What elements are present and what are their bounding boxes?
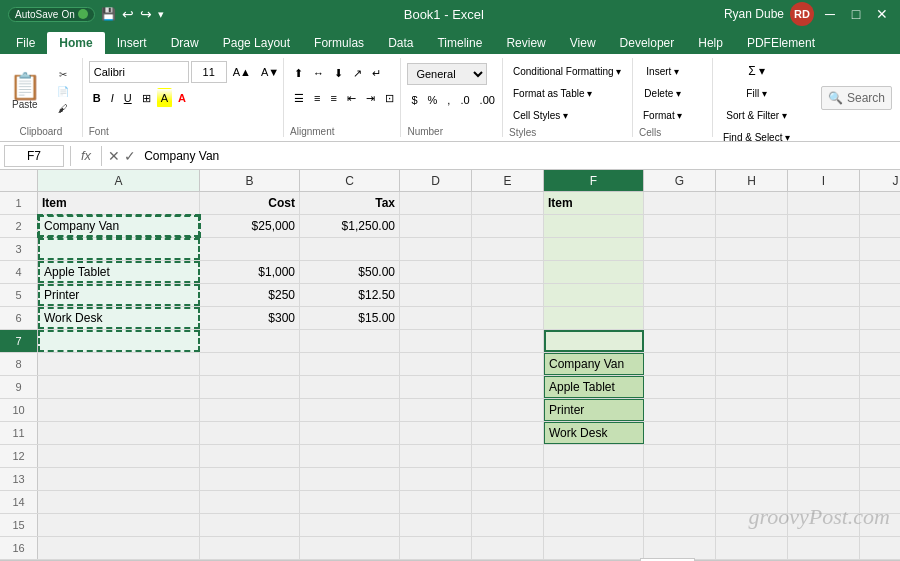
cell-d3[interactable] <box>400 238 472 260</box>
cell-a11[interactable] <box>38 422 200 444</box>
row-num-13[interactable]: 13 <box>0 468 38 490</box>
row-num-16[interactable]: 16 <box>0 537 38 559</box>
angle-text-button[interactable]: ↗ <box>349 63 366 83</box>
cell-j11[interactable] <box>860 422 900 444</box>
percent-button[interactable]: % <box>424 90 442 110</box>
col-header-i[interactable]: I <box>788 170 860 191</box>
cell-e12[interactable] <box>472 445 544 467</box>
font-size-decrease[interactable]: A▼ <box>257 62 283 82</box>
cell-h13[interactable] <box>716 468 788 490</box>
sort-filter-button[interactable]: Sort & Filter ▾ <box>719 105 794 125</box>
cell-h16[interactable] <box>716 537 788 559</box>
cell-h15[interactable] <box>716 514 788 536</box>
row-num-2[interactable]: 2 <box>0 215 38 237</box>
cell-i15[interactable] <box>788 514 860 536</box>
cell-j10[interactable] <box>860 399 900 421</box>
cell-g15[interactable] <box>644 514 716 536</box>
italic-button[interactable]: I <box>107 88 118 108</box>
cut-button[interactable]: ✂ <box>49 67 77 82</box>
row-num-10[interactable]: 10 <box>0 399 38 421</box>
fill-button[interactable]: Fill ▾ <box>719 83 794 103</box>
col-header-h[interactable]: H <box>716 170 788 191</box>
cell-a10[interactable] <box>38 399 200 421</box>
cell-g1[interactable] <box>644 192 716 214</box>
paste-button[interactable]: 📋 Paste <box>5 71 45 112</box>
cell-f7[interactable] <box>544 330 644 352</box>
cell-e2[interactable] <box>472 215 544 237</box>
cell-e6[interactable] <box>472 307 544 329</box>
col-header-g[interactable]: G <box>644 170 716 191</box>
tab-formulas[interactable]: Formulas <box>302 32 376 54</box>
cell-c5[interactable]: $12.50 <box>300 284 400 306</box>
row-num-9[interactable]: 9 <box>0 376 38 398</box>
cell-e13[interactable] <box>472 468 544 490</box>
cell-g8[interactable] <box>644 353 716 375</box>
cell-i9[interactable] <box>788 376 860 398</box>
cell-h5[interactable] <box>716 284 788 306</box>
cell-i16[interactable] <box>788 537 860 559</box>
cell-j9[interactable] <box>860 376 900 398</box>
align-left-button[interactable]: ☰ <box>290 88 308 108</box>
cell-d1[interactable] <box>400 192 472 214</box>
cell-j3[interactable] <box>860 238 900 260</box>
minimize-btn[interactable]: ─ <box>820 4 840 24</box>
cell-b8[interactable] <box>200 353 300 375</box>
align-center-button[interactable]: ≡ <box>310 88 324 108</box>
cell-h9[interactable] <box>716 376 788 398</box>
cell-d14[interactable] <box>400 491 472 513</box>
cell-e1[interactable] <box>472 192 544 214</box>
row-num-12[interactable]: 12 <box>0 445 38 467</box>
cell-i4[interactable] <box>788 261 860 283</box>
cell-i8[interactable] <box>788 353 860 375</box>
cell-j8[interactable] <box>860 353 900 375</box>
format-button[interactable]: Format ▾ <box>639 105 686 125</box>
cell-c6[interactable]: $15.00 <box>300 307 400 329</box>
tab-view[interactable]: View <box>558 32 608 54</box>
align-bottom-button[interactable]: ⬇ <box>330 63 347 83</box>
confirm-formula[interactable]: ✓ <box>124 148 136 164</box>
cell-a12[interactable] <box>38 445 200 467</box>
underline-button[interactable]: U <box>120 88 136 108</box>
cell-i1[interactable] <box>788 192 860 214</box>
cell-a3[interactable] <box>38 238 200 260</box>
cell-g7[interactable] <box>644 330 716 352</box>
cell-a7[interactable] <box>38 330 200 352</box>
cell-h8[interactable] <box>716 353 788 375</box>
cell-e5[interactable] <box>472 284 544 306</box>
cell-b10[interactable] <box>200 399 300 421</box>
cell-f10[interactable]: Printer <box>544 399 644 421</box>
cell-e4[interactable] <box>472 261 544 283</box>
row-num-14[interactable]: 14 <box>0 491 38 513</box>
row-num-5[interactable]: 5 <box>0 284 38 306</box>
formula-input[interactable] <box>140 147 896 165</box>
format-as-table-button[interactable]: Format as Table ▾ <box>509 83 625 103</box>
cell-f16[interactable] <box>544 537 644 559</box>
cell-g9[interactable] <box>644 376 716 398</box>
cell-h3[interactable] <box>716 238 788 260</box>
col-header-j[interactable]: J <box>860 170 900 191</box>
cell-c13[interactable] <box>300 468 400 490</box>
cell-b16[interactable] <box>200 537 300 559</box>
tab-pdfelement[interactable]: PDFElement <box>735 32 827 54</box>
cell-j16[interactable] <box>860 537 900 559</box>
cell-b4[interactable]: $1,000 <box>200 261 300 283</box>
cell-b6[interactable]: $300 <box>200 307 300 329</box>
cell-c12[interactable] <box>300 445 400 467</box>
cell-c8[interactable] <box>300 353 400 375</box>
cell-d4[interactable] <box>400 261 472 283</box>
cell-g6[interactable] <box>644 307 716 329</box>
cell-d10[interactable] <box>400 399 472 421</box>
cell-i7[interactable] <box>788 330 860 352</box>
cell-e3[interactable] <box>472 238 544 260</box>
cell-c7[interactable] <box>300 330 400 352</box>
cell-i6[interactable] <box>788 307 860 329</box>
wrap-text-button[interactable]: ↵ <box>368 63 385 83</box>
cell-j13[interactable] <box>860 468 900 490</box>
delete-button[interactable]: Delete ▾ <box>639 83 686 103</box>
cell-a8[interactable] <box>38 353 200 375</box>
tab-developer[interactable]: Developer <box>608 32 687 54</box>
merge-button[interactable]: ⊡ <box>381 88 398 108</box>
increase-decimal-button[interactable]: .00 <box>476 90 499 110</box>
row-num-3[interactable]: 3 <box>0 238 38 260</box>
cell-j6[interactable] <box>860 307 900 329</box>
